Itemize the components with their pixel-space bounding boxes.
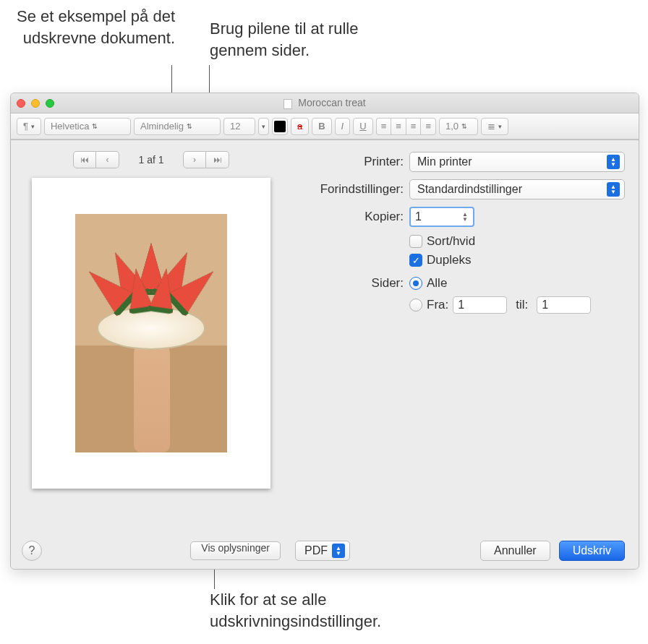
align-right-button[interactable]: ≡: [406, 118, 421, 135]
app-window: Moroccan treat ¶ ▾ Helvetica ⇅ Almindeli…: [10, 93, 639, 570]
show-details-label: Vis oplysninger: [201, 542, 270, 554]
window-controls: [17, 99, 54, 108]
page-sheet: [32, 178, 270, 489]
callout-details: Klik for at se alle udskrivningsindstill…: [210, 589, 441, 632]
window-title: Moroccan treat: [11, 97, 639, 108]
titlebar: Moroccan treat: [11, 93, 639, 113]
alignment-group: ≡ ≡ ≡ ≡: [376, 118, 436, 135]
preview-pager: ⏮ ‹ 1 af 1 › ⏭: [22, 147, 281, 172]
chevron-updown-icon: ⇅: [187, 123, 192, 130]
align-center-button[interactable]: ≡: [391, 118, 406, 135]
text-color-button[interactable]: [272, 118, 288, 135]
footer-right: Annuller Udskriv: [480, 541, 625, 561]
pages-all-label: Alle: [427, 276, 447, 291]
document-icon: [284, 99, 292, 109]
font-family-value: Helvetica: [51, 121, 89, 132]
presets-value: Standardindstillinger: [417, 183, 522, 196]
font-size-stepper[interactable]: ▾: [258, 118, 269, 135]
blackwhite-row: Sort/hvid: [409, 234, 625, 249]
copies-row: Kopier: 1 ▲▼: [295, 207, 625, 227]
document-content-image: [75, 214, 227, 452]
print-button[interactable]: Udskriv: [559, 541, 625, 561]
pages-all-radio[interactable]: [409, 277, 422, 290]
callout-arrows: Brug pilene til at rulle gennem sider.: [210, 18, 391, 61]
copies-value: 1: [415, 210, 422, 223]
clear-style-button[interactable]: a: [291, 118, 309, 135]
pages-all-row: Alle: [409, 276, 591, 291]
chevron-updown-icon: ▲▼: [332, 544, 345, 558]
duplex-checkbox[interactable]: ✓: [409, 254, 422, 267]
presets-row: Forindstillinger: Standardindstillinger …: [295, 179, 625, 199]
underline-button[interactable]: U: [353, 118, 372, 135]
zoom-window-button[interactable]: [46, 99, 54, 108]
print-preview-pane: ⏮ ‹ 1 af 1 › ⏭: [10, 140, 292, 570]
pages-range-row: Fra: 1 til: 1: [409, 296, 591, 314]
next-page-button[interactable]: ›: [183, 151, 206, 168]
print-dialog: ⏮ ‹ 1 af 1 › ⏭: [10, 139, 639, 570]
pages-to-input[interactable]: 1: [537, 296, 591, 314]
pages-from-input[interactable]: 1: [453, 296, 507, 314]
help-button[interactable]: ?: [22, 541, 42, 561]
pages-label: Sider:: [295, 276, 404, 291]
prev-page-button[interactable]: ‹: [96, 151, 119, 168]
chevron-updown-icon: ⇅: [92, 123, 98, 130]
minimize-window-button[interactable]: [31, 99, 40, 108]
print-options-pane: Printer: Min printer ▲▼ Forindstillinger…: [292, 140, 639, 570]
bold-button[interactable]: B: [312, 118, 331, 135]
copies-label: Kopier:: [295, 210, 404, 224]
blackwhite-checkbox[interactable]: [409, 235, 422, 248]
chevron-updown-icon: ▲▼: [607, 182, 620, 197]
format-toolbar: ¶ ▾ Helvetica ⇅ Almindelig ⇅ 12 ▾ a B I …: [11, 113, 639, 139]
line-spacing-select[interactable]: 1,0 ⇅: [439, 118, 478, 135]
font-size-field[interactable]: 12: [223, 118, 255, 135]
pages-range-radio[interactable]: [409, 299, 422, 312]
pager-next-group: › ⏭: [183, 151, 229, 168]
help-icon: ?: [29, 544, 35, 557]
cancel-button-label: Annuller: [494, 544, 537, 557]
list-style-button[interactable]: ≣ ▾: [481, 118, 508, 135]
font-style-select[interactable]: Almindelig ⇅: [134, 118, 221, 135]
pager-prev-group: ⏮ ‹: [73, 151, 119, 168]
printer-label: Printer:: [295, 155, 404, 169]
window-title-text: Moroccan treat: [298, 97, 365, 108]
font-style-value: Almindelig: [140, 121, 184, 132]
align-justify-button[interactable]: ≡: [420, 118, 436, 135]
pages-from-label: Fra:: [427, 298, 448, 312]
pages-row: Sider: Alle Fra: 1 til: 1: [295, 276, 625, 314]
line-spacing-value: 1,0: [446, 121, 459, 132]
duplex-row: ✓ Dupleks: [409, 253, 625, 267]
printer-value: Min printer: [417, 155, 472, 168]
presets-label: Forindstillinger:: [295, 182, 404, 197]
paragraph-style-button[interactable]: ¶ ▾: [17, 118, 41, 135]
pages-from-value: 1: [458, 299, 464, 312]
chevron-updown-icon: ▲▼: [607, 155, 620, 169]
pdf-button-label: PDF: [304, 544, 328, 557]
first-page-button[interactable]: ⏮: [73, 151, 96, 168]
pages-to-value: 1: [542, 299, 548, 312]
show-details-button[interactable]: Vis oplysninger: [190, 541, 281, 560]
printer-select[interactable]: Min printer ▲▼: [409, 152, 625, 172]
page-preview: [22, 178, 281, 533]
stepper-icon: ▲▼: [460, 212, 470, 222]
pages-to-label: til:: [516, 298, 528, 312]
cancel-button[interactable]: Annuller: [480, 541, 550, 561]
blackwhite-label: Sort/hvid: [427, 234, 475, 249]
callout-preview: Se et eksempel på det udskrevne dokument…: [9, 6, 175, 48]
duplex-label: Dupleks: [427, 253, 471, 267]
font-family-select[interactable]: Helvetica ⇅: [44, 118, 131, 135]
pdf-menu-button[interactable]: PDF ▲▼: [295, 541, 350, 561]
copies-input[interactable]: 1 ▲▼: [409, 207, 474, 227]
align-left-button[interactable]: ≡: [376, 118, 391, 135]
italic-button[interactable]: I: [335, 118, 351, 135]
preview-footer: ? Vis oplysninger: [22, 533, 281, 561]
pages-radio-group: Alle Fra: 1 til: 1: [409, 276, 591, 314]
last-page-button[interactable]: ⏭: [206, 151, 229, 168]
chevron-updown-icon: ⇅: [461, 123, 467, 130]
dialog-footer: PDF ▲▼ Annuller Udskriv: [295, 533, 625, 561]
font-size-value: 12: [230, 121, 240, 132]
close-window-button[interactable]: [17, 99, 25, 108]
printer-row: Printer: Min printer ▲▼: [295, 152, 625, 172]
print-button-label: Udskriv: [573, 544, 611, 557]
page-indicator: 1 af 1: [129, 154, 173, 166]
presets-select[interactable]: Standardindstillinger ▲▼: [409, 179, 625, 199]
